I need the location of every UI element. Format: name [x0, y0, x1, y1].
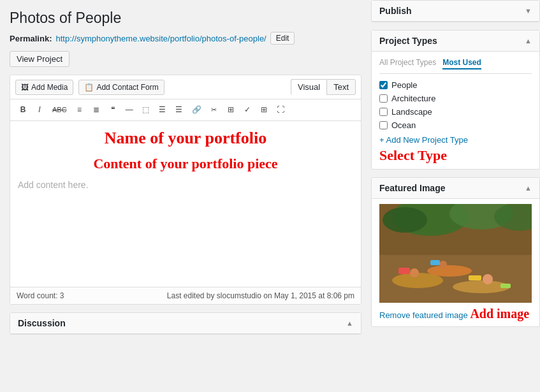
add-media-icon: 🖼 [21, 83, 29, 92]
bold-button[interactable]: B [15, 102, 31, 118]
featured-image-chevron: ▲ [525, 184, 532, 192]
project-type-architecture[interactable]: Architecture [379, 94, 532, 103]
svg-rect-12 [398, 268, 410, 274]
editor-panel: 🖼 Add Media 📋 Add Contact Form Visual Te… [10, 75, 361, 305]
featured-image-title: Featured Image [379, 183, 445, 193]
discussion-header[interactable]: Discussion ▲ [10, 313, 361, 334]
landscape-checkbox[interactable] [379, 108, 388, 116]
italic-button[interactable]: I [32, 102, 47, 118]
view-project-button[interactable]: View Project [10, 51, 69, 67]
text-tab[interactable]: Text [326, 79, 356, 95]
featured-image-box: Featured Image ▲ [371, 177, 540, 327]
permalink-edit-button[interactable]: Edit [270, 32, 295, 45]
tab-all-project-types[interactable]: All Project Types [379, 57, 436, 69]
add-media-label: Add Media [31, 83, 68, 92]
landscape-label: Landscape [391, 107, 432, 117]
editor-placeholder: Add content here. [18, 180, 89, 190]
editor-content-area[interactable]: Name of your portfolio Content of your p… [10, 121, 361, 287]
featured-image-body: Remove featured image Add image [372, 199, 539, 326]
project-types-chevron: ▲ [525, 37, 532, 45]
svg-rect-14 [469, 275, 481, 280]
blockquote-button[interactable]: ❝ [105, 102, 120, 118]
strikethrough-button[interactable]: ABC [48, 103, 71, 117]
kitchen-sink-button[interactable]: ⊞ [256, 102, 272, 118]
discussion-chevron: ▲ [346, 319, 353, 327]
select-type-annotation: Select Type [379, 147, 532, 164]
ocean-label: Ocean [391, 120, 416, 130]
add-contact-form-icon: 📋 [84, 83, 94, 92]
permalink-label: Permalink: [10, 34, 52, 43]
featured-image-svg [379, 204, 532, 303]
proofread-button[interactable]: ✓ [240, 102, 255, 118]
project-types-header[interactable]: Project Types ▲ [372, 31, 539, 52]
svg-point-8 [427, 265, 472, 277]
featured-image-links: Remove featured image Add image [379, 307, 532, 321]
ordered-list-button[interactable]: ≣ [89, 102, 104, 118]
project-types-body: All Project Types Most Used People Archi… [372, 52, 539, 169]
project-types-box: Project Types ▲ All Project Types Most U… [371, 30, 540, 170]
architecture-checkbox[interactable] [379, 94, 388, 103]
editor-toolbar-top: 🖼 Add Media 📋 Add Contact Form Visual Te… [10, 75, 361, 99]
project-type-landscape[interactable]: Landscape [379, 107, 532, 117]
editor-mode-tabs: Visual Text [291, 79, 356, 95]
project-type-ocean[interactable]: Ocean [379, 120, 532, 130]
publish-chevron: ▼ [525, 7, 532, 15]
discussion-panel: Discussion ▲ [10, 312, 361, 335]
word-count: Word count: 3 [17, 291, 64, 300]
svg-rect-15 [500, 284, 511, 288]
unordered-list-button[interactable]: ≡ [72, 102, 87, 118]
insert-button[interactable]: ⊞ [223, 102, 238, 118]
svg-point-9 [410, 268, 419, 277]
visual-tab[interactable]: Visual [291, 79, 326, 95]
publish-box: Publish ▼ [371, 0, 540, 22]
svg-point-3 [383, 207, 427, 233]
format-toolbar: B I ABC ≡ ≣ ❝ — ⬚ ☰ ☰ 🔗 ✂ ⊞ ✓ ⊞ ⛶ [10, 99, 361, 121]
align-center-button[interactable]: ☰ [155, 102, 170, 118]
align-left-button[interactable]: ⬚ [138, 102, 154, 118]
fullscreen-button[interactable]: ⛶ [273, 102, 288, 118]
svg-point-11 [483, 274, 493, 284]
project-types-tabs: All Project Types Most Used [379, 57, 532, 74]
discussion-title: Discussion [18, 318, 66, 328]
people-label: People [391, 80, 417, 90]
horizontal-rule-button[interactable]: — [122, 102, 137, 118]
project-type-people[interactable]: People [379, 80, 532, 90]
add-contact-form-button[interactable]: 📋 Add Contact Form [78, 80, 164, 95]
remove-featured-image-link[interactable]: Remove featured image Add image [379, 307, 532, 321]
svg-rect-13 [430, 260, 440, 265]
publish-title: Publish [379, 6, 412, 16]
last-edited: Last edited by slocumstudio on May 1, 20… [167, 291, 354, 300]
portfolio-content-annotation: Content of your portfolio piece [18, 156, 353, 172]
permalink-url[interactable]: http://symphonytheme.website/portfolio/p… [55, 34, 266, 43]
add-contact-form-label: Add Contact Form [96, 83, 158, 92]
tab-most-used[interactable]: Most Used [442, 57, 481, 69]
unlink-button[interactable]: ✂ [207, 103, 222, 117]
add-project-type-link[interactable]: + Add New Project Type [379, 135, 532, 145]
people-checkbox[interactable] [379, 81, 388, 89]
project-types-title: Project Types [379, 36, 437, 46]
publish-header[interactable]: Publish ▼ [372, 1, 539, 22]
permalink-row: Permalink: http://symphonytheme.website/… [10, 32, 361, 45]
ocean-checkbox[interactable] [379, 121, 388, 129]
remove-image-label: Remove featured image [379, 310, 468, 320]
align-right-button[interactable]: ☰ [171, 102, 187, 118]
featured-image-preview [379, 204, 532, 303]
editor-status: Word count: 3 Last edited by slocumstudi… [10, 287, 361, 304]
portfolio-name-annotation: Name of your portfolio [18, 129, 353, 148]
add-image-annotation: Add image [470, 307, 529, 321]
svg-point-10 [439, 261, 447, 268]
featured-image-header[interactable]: Featured Image ▲ [372, 178, 539, 199]
architecture-label: Architecture [391, 94, 435, 103]
add-media-button[interactable]: 🖼 Add Media [15, 80, 73, 95]
sidebar: Publish ▼ Project Types ▲ All Project Ty… [371, 0, 540, 392]
link-button[interactable]: 🔗 [188, 102, 205, 118]
page-title: Photos of People [10, 10, 361, 27]
